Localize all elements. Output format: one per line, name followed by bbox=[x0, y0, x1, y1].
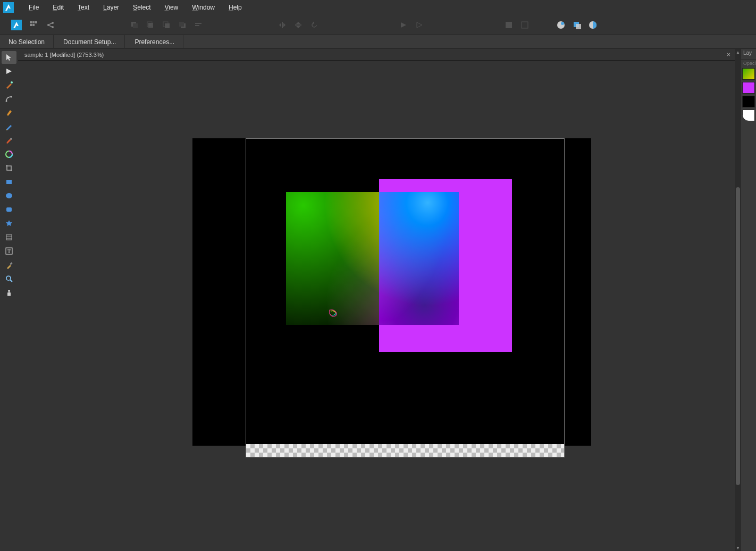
svg-rect-49 bbox=[6, 235, 12, 240]
view-tool[interactable] bbox=[2, 286, 16, 299]
ellipse-tool[interactable] bbox=[2, 189, 16, 202]
move-forward-icon bbox=[159, 18, 173, 32]
corner-tool[interactable] bbox=[2, 93, 16, 105]
scrollbar-thumb[interactable] bbox=[736, 187, 740, 485]
tool-strip: T bbox=[0, 49, 18, 551]
opacity-label: Opaci bbox=[741, 60, 756, 67]
layer-swatch-black[interactable] bbox=[742, 96, 755, 107]
svg-point-43 bbox=[10, 138, 12, 140]
menu-layer[interactable]: Layer bbox=[97, 2, 125, 13]
share-icon[interactable] bbox=[44, 18, 57, 32]
svg-marker-36 bbox=[6, 54, 11, 61]
svg-rect-20 bbox=[282, 22, 283, 28]
svg-marker-48 bbox=[6, 220, 12, 226]
snapping-icon[interactable] bbox=[27, 18, 40, 32]
svg-rect-11 bbox=[133, 23, 138, 28]
pencil-tool[interactable] bbox=[2, 120, 16, 133]
svg-marker-25 bbox=[296, 26, 300, 28]
canvas[interactable] bbox=[18, 61, 735, 551]
svg-rect-17 bbox=[179, 22, 184, 27]
point-transform-tool[interactable] bbox=[2, 79, 16, 91]
svg-point-9 bbox=[52, 26, 54, 28]
svg-text:T: T bbox=[7, 248, 11, 254]
assets-group bbox=[502, 18, 532, 32]
svg-marker-22 bbox=[283, 23, 285, 27]
eyedropper-tool[interactable] bbox=[2, 258, 16, 271]
menu-window[interactable]: Window bbox=[186, 2, 221, 13]
menu-view[interactable]: View bbox=[158, 2, 184, 13]
document-tab[interactable]: sample 1 [Modified] (2753.3%) bbox=[18, 49, 110, 60]
insert-target-icon bbox=[397, 18, 410, 32]
move-tool[interactable] bbox=[2, 51, 16, 64]
fill-tool[interactable] bbox=[2, 148, 16, 161]
move-backward-icon bbox=[144, 18, 157, 32]
rotate-ccw-icon bbox=[307, 18, 321, 32]
svg-rect-18 bbox=[195, 23, 201, 24]
svg-point-39 bbox=[6, 101, 7, 102]
asset-2-icon bbox=[518, 18, 532, 32]
svg-marker-27 bbox=[401, 22, 406, 28]
svg-point-38 bbox=[11, 81, 13, 84]
svg-rect-47 bbox=[6, 207, 12, 212]
document-close-button[interactable]: × bbox=[722, 51, 735, 59]
text-tool[interactable]: T bbox=[2, 245, 16, 257]
crop-tool[interactable] bbox=[2, 162, 16, 174]
layers-panel-tab[interactable]: Lay bbox=[741, 49, 756, 60]
svg-rect-2 bbox=[30, 21, 32, 23]
app-logo-icon bbox=[3, 2, 14, 13]
view-mode-2-icon[interactable] bbox=[570, 18, 584, 32]
menu-select[interactable]: Select bbox=[127, 2, 157, 13]
menu-text[interactable]: Text bbox=[71, 2, 96, 13]
scroll-up-icon[interactable]: ▲ bbox=[735, 49, 741, 55]
flip-h-icon bbox=[275, 18, 289, 32]
svg-marker-26 bbox=[313, 21, 314, 24]
node-tool[interactable] bbox=[2, 65, 16, 78]
arrange-group bbox=[128, 18, 205, 32]
menu-help[interactable]: Help bbox=[222, 2, 248, 13]
shape-gradient-rect[interactable] bbox=[286, 192, 459, 325]
menu-file[interactable]: File bbox=[22, 2, 45, 13]
menu-edit[interactable]: Edit bbox=[46, 2, 70, 13]
svg-point-8 bbox=[52, 22, 54, 24]
context-preferences[interactable]: Preferences... bbox=[126, 35, 183, 49]
layer-swatch-gradient[interactable] bbox=[742, 68, 755, 80]
star-tool[interactable] bbox=[2, 217, 16, 230]
svg-rect-3 bbox=[32, 21, 35, 23]
svg-rect-15 bbox=[165, 23, 170, 28]
main-toolbar bbox=[0, 15, 756, 35]
context-toolbar: No Selection Document Setup... Preferenc… bbox=[0, 35, 756, 49]
flip-v-icon bbox=[291, 18, 305, 32]
vertical-scrollbar[interactable]: ▲ ▼ bbox=[735, 49, 741, 551]
artboard-tool[interactable] bbox=[2, 231, 16, 244]
svg-rect-45 bbox=[6, 180, 12, 184]
svg-rect-54 bbox=[10, 262, 13, 265]
context-document-setup[interactable]: Document Setup... bbox=[55, 35, 125, 49]
layer-swatch-magenta[interactable] bbox=[742, 82, 755, 94]
scroll-down-icon[interactable]: ▼ bbox=[735, 545, 741, 551]
rounded-rect-tool[interactable] bbox=[2, 203, 16, 216]
svg-rect-19 bbox=[195, 25, 199, 26]
rectangle-tool[interactable] bbox=[2, 176, 16, 188]
pen-tool[interactable] bbox=[2, 106, 16, 119]
view-mode-3-icon[interactable] bbox=[586, 18, 600, 32]
svg-rect-23 bbox=[295, 24, 301, 26]
svg-rect-4 bbox=[35, 21, 37, 23]
svg-point-41 bbox=[6, 115, 8, 116]
brush-tool[interactable] bbox=[2, 134, 16, 147]
svg-point-40 bbox=[11, 96, 12, 98]
move-back-icon bbox=[128, 18, 141, 32]
document-area: sample 1 [Modified] (2753.3%) × bbox=[18, 49, 735, 551]
svg-rect-6 bbox=[32, 24, 35, 26]
view-mode-1-icon[interactable] bbox=[554, 18, 568, 32]
move-front-icon bbox=[175, 18, 189, 32]
context-no-selection: No Selection bbox=[0, 35, 54, 49]
view-mode-group bbox=[554, 18, 600, 32]
persona-designer-icon[interactable] bbox=[10, 18, 23, 32]
svg-marker-28 bbox=[417, 22, 422, 28]
svg-rect-30 bbox=[522, 22, 528, 28]
svg-point-55 bbox=[6, 276, 11, 280]
layer-swatch-white[interactable] bbox=[742, 110, 755, 121]
menu-bar: File Edit Text Layer Select View Window … bbox=[0, 0, 756, 15]
zoom-tool[interactable] bbox=[2, 272, 16, 285]
svg-marker-21 bbox=[279, 23, 281, 27]
